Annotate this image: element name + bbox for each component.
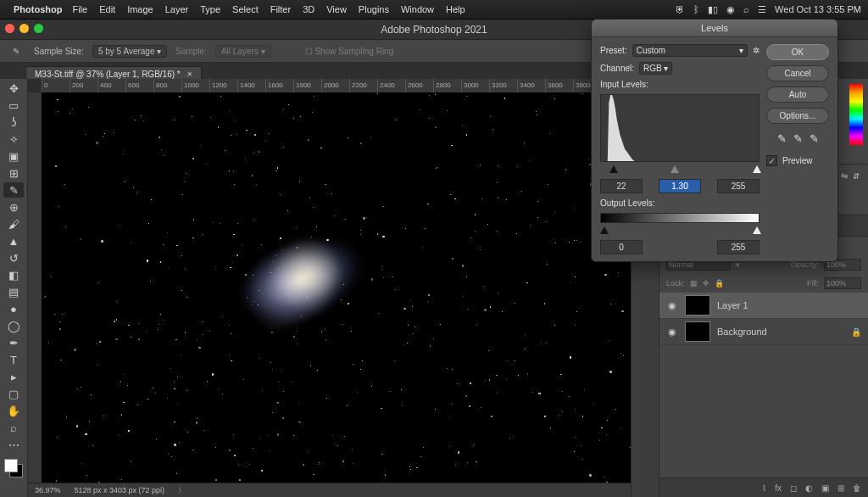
zoom-readout[interactable]: 36.97% [35, 486, 61, 494]
path-select-tool[interactable]: ▸ [3, 369, 24, 384]
layer-row[interactable]: ◉ Background 🔒 [659, 319, 868, 345]
minimize-window-button[interactable] [19, 24, 29, 33]
white-point-slider[interactable] [753, 165, 761, 173]
hand-tool[interactable]: ✋ [3, 403, 24, 418]
crop-tool[interactable]: ▣ [3, 148, 24, 164]
visibility-toggle-icon[interactable]: ◉ [666, 300, 678, 311]
frame-tool[interactable]: ⊞ [3, 165, 24, 181]
status-battery-icon[interactable]: ▮▯ [708, 4, 718, 15]
menu-window[interactable]: Window [401, 4, 434, 14]
wand-tool[interactable]: ✧ [3, 131, 24, 147]
flip-vertical-icon[interactable]: ⇵ [853, 171, 860, 181]
app-menu[interactable]: Photoshop [14, 4, 62, 14]
type-tool[interactable]: T [3, 352, 24, 367]
input-white-field[interactable] [717, 179, 760, 193]
link-layers-icon[interactable]: ⌇ [762, 483, 766, 493]
new-layer-icon[interactable]: ⊞ [837, 483, 844, 493]
brush-tool[interactable]: 🖌 [3, 216, 24, 232]
history-brush-tool[interactable]: ↺ [3, 250, 24, 265]
preset-dropdown[interactable]: Custom ▾ [632, 44, 748, 57]
layer-row[interactable]: ◉ Layer 1 [659, 293, 868, 319]
adjustment-layer-icon[interactable]: ◐ [805, 483, 813, 493]
cancel-button[interactable]: Cancel [766, 65, 829, 81]
fill-field[interactable] [824, 277, 861, 289]
menu-image[interactable]: Image [127, 4, 153, 14]
status-wifi-icon[interactable]: ◉ [726, 4, 735, 15]
ruler-horizontal[interactable]: 0200400600800100012001400160018002000220… [42, 79, 631, 93]
gray-eyedropper-icon[interactable]: ✎ [793, 132, 803, 145]
menu-type[interactable]: Type [200, 4, 220, 14]
input-slider-track[interactable] [600, 165, 760, 174]
output-black-slider[interactable] [600, 226, 609, 234]
layer-style-icon[interactable]: fx [775, 483, 782, 493]
ok-button[interactable]: OK [766, 44, 829, 60]
zoom-tool[interactable]: ⌕ [3, 420, 24, 435]
edit-toolbar[interactable]: ⋯ [3, 437, 24, 452]
lasso-tool[interactable]: ʖ [3, 114, 24, 130]
layer-name[interactable]: Background [717, 327, 767, 337]
close-tab-icon[interactable]: × [187, 70, 192, 79]
gradient-tool[interactable]: ▤ [3, 284, 24, 299]
ruler-vertical[interactable] [28, 92, 42, 483]
layer-thumbnail[interactable] [685, 295, 710, 316]
input-gamma-field[interactable] [659, 179, 701, 193]
levels-titlebar[interactable]: Levels [592, 20, 837, 37]
document-canvas[interactable] [42, 92, 631, 483]
status-control-center-icon[interactable]: ☰ [758, 4, 766, 15]
visibility-toggle-icon[interactable]: ◉ [666, 327, 678, 338]
white-eyedropper-icon[interactable]: ✎ [810, 132, 819, 145]
menu-plugins[interactable]: Plugins [359, 4, 389, 14]
status-shield-icon[interactable]: ⛨ [676, 4, 685, 14]
dodge-tool[interactable]: ◯ [3, 318, 24, 333]
output-gradient[interactable] [600, 213, 760, 223]
show-sampling-ring-checkbox[interactable]: Show Sampling Ring [314, 47, 393, 56]
status-bluetooth-icon[interactable]: ᛒ [693, 4, 699, 14]
histogram[interactable] [600, 94, 760, 162]
shape-tool[interactable]: ▢ [3, 386, 24, 401]
status-clock[interactable]: Wed Oct 13 3:55 PM [775, 4, 861, 14]
menu-select[interactable]: Select [232, 4, 259, 14]
sample-layers-dropdown[interactable]: All Layers ▾ [215, 45, 271, 58]
preset-menu-icon[interactable]: ✲ [753, 46, 760, 55]
color-swatches[interactable] [4, 459, 23, 477]
output-slider-track[interactable] [600, 226, 760, 235]
menu-3d[interactable]: 3D [303, 4, 314, 14]
black-eyedropper-icon[interactable]: ✎ [777, 132, 787, 145]
options-button[interactable]: Options... [766, 108, 829, 124]
output-black-field[interactable] [600, 240, 643, 254]
gamma-slider[interactable] [670, 165, 679, 173]
move-tool[interactable]: ✥ [3, 81, 24, 96]
close-window-button[interactable] [5, 24, 14, 33]
levels-dialog[interactable]: Levels Preset: Custom ▾ ✲ Channel: RGB ▾… [591, 19, 838, 262]
lock-all-icon[interactable]: 🔒 [715, 279, 724, 288]
eyedropper-tool[interactable]: ✎ [3, 182, 24, 198]
menu-filter[interactable]: Filter [270, 4, 291, 14]
pen-tool[interactable]: ✒ [3, 335, 24, 350]
delete-layer-icon[interactable]: 🗑 [853, 483, 861, 493]
layer-mask-icon[interactable]: ◻ [790, 483, 797, 493]
status-search-icon[interactable]: ⌕ [743, 4, 749, 14]
eraser-tool[interactable]: ◧ [3, 267, 24, 282]
output-white-field[interactable] [717, 240, 760, 254]
marquee-tool[interactable]: ▭ [3, 98, 24, 113]
menu-layer[interactable]: Layer [165, 4, 189, 14]
auto-button[interactable]: Auto [766, 87, 829, 103]
menu-edit[interactable]: Edit [99, 4, 115, 14]
sample-size-dropdown[interactable]: 5 by 5 Average ▾ [92, 45, 167, 58]
menu-file[interactable]: File [72, 4, 87, 14]
layer-thumbnail[interactable] [685, 321, 710, 342]
flip-horizontal-icon[interactable]: ⇋ [841, 171, 848, 181]
healing-tool[interactable]: ⊕ [3, 199, 24, 215]
output-white-slider[interactable] [753, 226, 761, 234]
hue-strip[interactable] [849, 84, 863, 145]
zoom-window-button[interactable] [34, 24, 43, 33]
eyedropper-icon[interactable]: ✎ [7, 43, 25, 59]
channel-dropdown[interactable]: RGB ▾ [639, 62, 672, 75]
lock-position-icon[interactable]: ✥ [703, 279, 709, 288]
menu-view[interactable]: View [326, 4, 347, 14]
menu-help[interactable]: Help [446, 4, 465, 14]
group-icon[interactable]: ▣ [821, 483, 829, 493]
blur-tool[interactable]: ● [3, 301, 24, 316]
document-dimensions[interactable]: 5128 px x 3403 px (72 ppi) [75, 486, 165, 494]
black-point-slider[interactable] [609, 165, 618, 173]
